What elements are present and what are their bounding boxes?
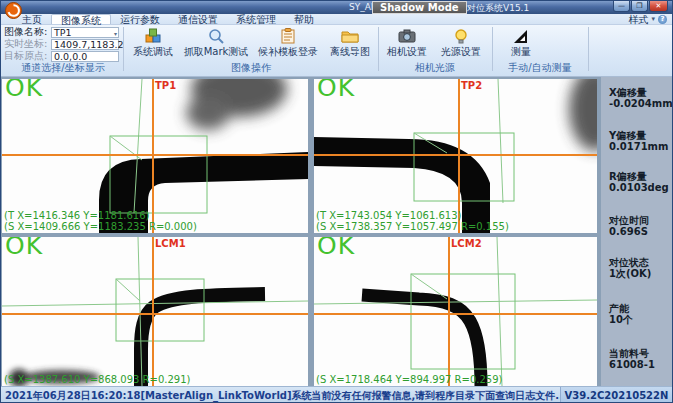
lcm2-coordinates: (S X=1718.464 Y=894.997 R=0.259): [316, 374, 502, 385]
tp2-actual-coords: (S X=1738.357 Y=1057.497 R=0.155): [316, 221, 509, 232]
tp2-camera-label: TP2: [461, 80, 482, 91]
lcm1-image-canvas: [2, 237, 308, 386]
maximize-button[interactable]: ❐: [631, 1, 648, 12]
tp2-status-ok: OK: [317, 79, 355, 102]
tp1-coordinates: (T X=1416.346 Y=1181.616) (S X=1409.666 …: [4, 210, 197, 232]
group-caption-measure: 手动/自动测量: [494, 62, 586, 73]
close-button[interactable]: ✕: [649, 1, 668, 12]
minimize-button[interactable]: —: [613, 1, 630, 12]
tp1-target-coords: (T X=1416.346 Y=1181.616): [4, 210, 197, 221]
group-caption-image-op: 图像操作: [125, 62, 377, 73]
status-message: 2021年06月28日16:20:18[MasterAlign_LinkToWo…: [1, 389, 560, 403]
metric-value: 0.0103deg: [609, 182, 669, 193]
measure-button[interactable]: 测量: [496, 26, 546, 60]
metric-r-offset: R偏移量 0.0103deg: [609, 171, 669, 193]
system-debug-button[interactable]: 系统调试: [127, 26, 179, 60]
image-name-select[interactable]: TP1▾: [51, 27, 119, 38]
light-settings-button[interactable]: 光源设置: [436, 26, 486, 60]
template-register-label: 候补模板登录: [258, 46, 318, 57]
measure-label: 测量: [511, 46, 531, 57]
tp1-camera-label: TP1: [155, 80, 176, 91]
tab-comm-settings[interactable]: 通信设置: [169, 14, 227, 24]
style-menu[interactable]: 样式: [628, 14, 648, 25]
target-origin-field[interactable]: 0.0,0.0: [51, 51, 119, 62]
status-bar: 2021年06月28日16:20:18[MasterAlign_LinkToWo…: [1, 386, 672, 403]
metric-label: 对位时间: [609, 215, 649, 226]
lcm2-actual-coords: (S X=1718.464 Y=894.997 R=0.259): [316, 374, 502, 385]
titlebar: SY_AliagnSystemLinkTo Shadow Mode 对位系统V1…: [1, 1, 672, 14]
metric-label: 产能: [609, 303, 633, 314]
template-register-clipboard-icon: [279, 28, 297, 44]
lcm2-image-canvas: [314, 237, 597, 386]
light-settings-label: 光源设置: [441, 46, 481, 57]
target-origin-value: 0.0,0.0: [54, 51, 87, 62]
metric-label: Y偏移量: [609, 130, 668, 141]
lcm2-status-ok: OK: [317, 237, 355, 260]
grab-mark-magnifier-icon: [207, 28, 225, 44]
metric-label: 对位状态: [609, 257, 651, 268]
metric-output: 产能 10个: [609, 303, 633, 325]
camera-settings-label: 相机设置: [387, 46, 427, 57]
tp1-actual-coords: (S X=1409.666 Y=1183.235 R=0.000): [4, 221, 197, 232]
metric-value: 1次(OK): [609, 268, 651, 279]
camera-icon: [398, 28, 416, 44]
tab-system-mgmt[interactable]: 系统管理: [227, 14, 285, 24]
metric-value: 0.696S: [609, 226, 649, 237]
tab-help[interactable]: 帮助: [285, 14, 323, 24]
image-name-value: TP1: [54, 27, 72, 38]
camera-view-lcm2[interactable]: OK LCM2 (S X=1718.464 Y=894.997 R=0.259): [314, 237, 597, 386]
app-logo-icon[interactable]: [5, 2, 22, 19]
light-bulb-icon: [452, 28, 470, 44]
lcm1-camera-label: LCM1: [155, 238, 186, 249]
target-origin-row: 目标原点: 0.0,0.0: [4, 50, 119, 62]
tab-image-system[interactable]: 图像系统: [51, 14, 111, 24]
offline-import-label: 离线导图: [330, 46, 370, 57]
camera-view-tp1[interactable]: OK TP1 (T X=1416.346 Y=1181.616) (S X=14…: [2, 79, 308, 233]
tp2-target-coords: (T X=1743.054 Y=1061.613): [316, 210, 509, 221]
metric-align-time: 对位时间 0.696S: [609, 215, 649, 237]
tp2-coordinates: (T X=1743.054 Y=1061.613) (S X=1738.357 …: [316, 210, 509, 232]
metric-value: -0.0204mm: [609, 98, 673, 109]
camera-view-tp2[interactable]: OK TP2 (T X=1743.054 Y=1061.613) (S X=17…: [314, 79, 597, 233]
realtime-coord-field[interactable]: 1409.7,1183.2: [51, 39, 119, 50]
grab-mark-test-button[interactable]: 抓取Mark测试: [181, 26, 251, 60]
metric-value: 10个: [609, 314, 633, 325]
offline-import-folder-icon: [341, 28, 359, 44]
tab-run-params[interactable]: 运行参数: [111, 14, 169, 24]
tp1-status-ok: OK: [5, 79, 43, 102]
metric-label: R偏移量: [609, 171, 669, 182]
metric-y-offset: Y偏移量 0.0171mm: [609, 130, 668, 152]
metric-x-offset: X偏移量 -0.0204mm: [609, 87, 673, 109]
metrics-sidebar: X偏移量 -0.0204mm Y偏移量 0.0171mm R偏移量 0.0103…: [601, 77, 673, 386]
camera-settings-button[interactable]: 相机设置: [382, 26, 432, 60]
group-caption-camera-light: 相机光源: [380, 62, 490, 73]
template-register-button[interactable]: 候补模板登录: [253, 26, 323, 60]
target-origin-label: 目标原点:: [4, 49, 51, 63]
ribbon: 图像名称: TP1▾ 实时坐标: 1409.7,1183.2 目标原点: 0.0…: [1, 25, 672, 77]
group-caption-channel: 通道选择/坐标显示: [1, 62, 125, 73]
app-window: SY_AliagnSystemLinkTo Shadow Mode 对位系统V1…: [0, 0, 673, 403]
metric-part-number: 当前料号 61008-1: [609, 348, 655, 370]
lcm2-camera-label: LCM2: [451, 238, 482, 249]
camera-view-lcm1[interactable]: OK LCM1 (S X=1387.610 Y=868.093 R=0.291): [2, 237, 308, 386]
camera-grid: OK TP1 (T X=1416.346 Y=1181.616) (S X=14…: [1, 77, 673, 386]
system-debug-label: 系统调试: [133, 46, 173, 57]
ribbon-tab-bar: 主页 图像系统 运行参数 通信设置 系统管理 帮助 样式 ▾ ?: [1, 14, 672, 25]
offline-import-button[interactable]: 离线导图: [325, 26, 375, 60]
grab-mark-test-label: 抓取Mark测试: [184, 46, 249, 57]
metric-value: 0.0171mm: [609, 141, 668, 152]
help-icon[interactable]: ?: [658, 15, 667, 24]
lcm1-actual-coords: (S X=1387.610 Y=868.093 R=0.291): [4, 374, 190, 385]
realtime-coord-value: 1409.7,1183.2: [54, 39, 124, 50]
style-dropdown-icon[interactable]: ▾: [651, 14, 655, 25]
measure-setsquare-icon: [512, 28, 530, 44]
select-dropdown-icon[interactable]: ▾: [114, 29, 117, 39]
metric-value: 61008-1: [609, 359, 655, 370]
version-label: V39.2C20210522N: [560, 387, 672, 403]
system-debug-cubes-icon: [144, 28, 162, 44]
metric-label: 当前料号: [609, 348, 655, 359]
metric-label: X偏移量: [609, 87, 673, 98]
lcm1-coordinates: (S X=1387.610 Y=868.093 R=0.291): [4, 374, 190, 385]
lcm1-status-ok: OK: [5, 237, 43, 260]
shadow-mode-overlay: Shadow Mode: [372, 1, 467, 14]
